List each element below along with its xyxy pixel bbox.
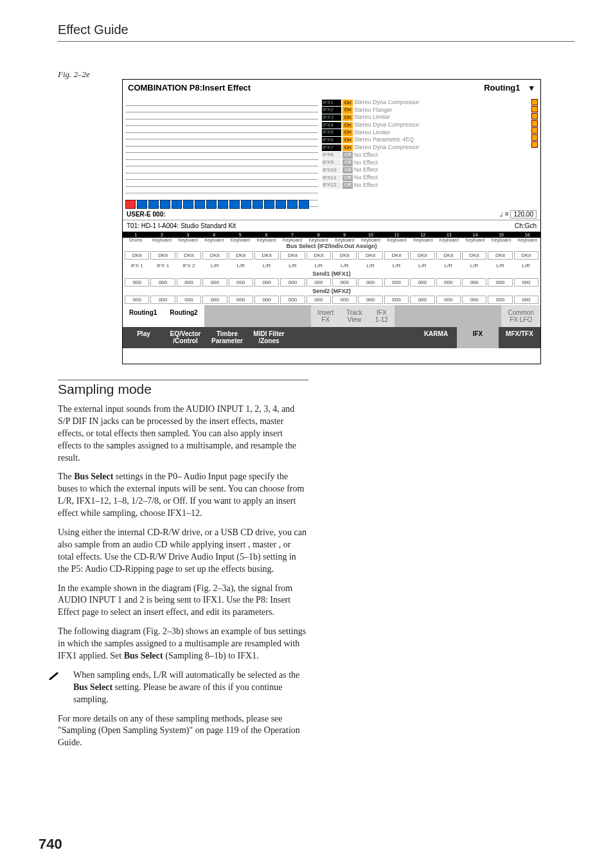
- bus-cell[interactable]: DKit: [177, 251, 201, 260]
- route-cell[interactable]: L/R: [358, 262, 382, 269]
- send-cell[interactable]: 000: [384, 296, 409, 304]
- send-cell[interactable]: 000: [202, 296, 227, 304]
- bus-cell[interactable]: DKit: [514, 251, 538, 260]
- tab-routing1[interactable]: Routing1: [123, 305, 163, 327]
- route-cell[interactable]: L/R: [306, 262, 331, 269]
- bus-cell[interactable]: DKit: [150, 251, 175, 260]
- ifx-row[interactable]: IFX6OnStereo Parametric 4EQ: [322, 136, 537, 144]
- send-cell[interactable]: 000: [436, 296, 461, 304]
- bus-cell[interactable]: DKit: [202, 251, 227, 260]
- bus-cell[interactable]: DKit: [410, 251, 434, 260]
- send-cell[interactable]: 000: [514, 296, 538, 304]
- ifx-row[interactable]: IFX3OnStereo Limiter: [322, 114, 537, 121]
- send-cell[interactable]: 000: [229, 296, 253, 304]
- route-cell[interactable]: L/R: [462, 262, 486, 269]
- send-cell[interactable]: 000: [125, 296, 149, 304]
- route-cell[interactable]: IFX 1: [150, 262, 175, 269]
- body-paragraph: In the example shown in the diagram (Fig…: [58, 583, 308, 619]
- tab-ifx[interactable]: IFX: [457, 327, 499, 348]
- send-cell[interactable]: 000: [358, 278, 382, 287]
- ifx-row[interactable]: IFX9OffNo Effect: [322, 159, 537, 167]
- send-cell[interactable]: 000: [358, 296, 382, 304]
- send-cell[interactable]: 000: [436, 278, 461, 287]
- bold-text: Bus Select: [124, 651, 163, 660]
- send-cell[interactable]: 000: [488, 278, 512, 287]
- screenshot: COMBINATION P8:Insert Effect Routing1 ▾ …: [122, 79, 541, 364]
- bus-cell[interactable]: DKit: [280, 251, 305, 260]
- tab-timbre-param[interactable]: Timbre Parameter: [206, 327, 248, 348]
- bus-cell[interactable]: DKit: [254, 251, 279, 260]
- send-cell[interactable]: 000: [177, 296, 201, 304]
- ifx-row[interactable]: IFX7OnStereo Dyna Compressor: [322, 144, 537, 152]
- send-cell[interactable]: 000: [202, 278, 227, 287]
- route-cell[interactable]: IFX 2: [177, 262, 201, 269]
- tab-blank[interactable]: [373, 327, 415, 348]
- bus-cell[interactable]: DKit: [332, 251, 357, 260]
- send-cell[interactable]: 000: [150, 296, 175, 304]
- ifx-row[interactable]: IFX5OnStereo Limiter: [322, 129, 537, 137]
- send-cell[interactable]: 000: [462, 278, 486, 287]
- screenshot-menu-button[interactable]: Routing1 ▾: [484, 83, 534, 93]
- bus-cell[interactable]: DKit: [436, 251, 461, 260]
- bus-cell[interactable]: DKit: [229, 251, 253, 260]
- send-cell[interactable]: 000: [254, 296, 279, 304]
- ifx-row[interactable]: IFX2OnStereo Flanger: [322, 107, 537, 114]
- send-cell[interactable]: 000: [488, 296, 512, 304]
- send-cell[interactable]: 000: [254, 278, 279, 287]
- ifx-row[interactable]: IFX12OffNo Effect: [322, 182, 537, 190]
- ifx-row[interactable]: IFX11OffNo Effect: [322, 174, 537, 182]
- route-cell[interactable]: L/R: [229, 262, 253, 269]
- route-cell[interactable]: L/R: [488, 262, 512, 269]
- bus-cell[interactable]: DKit: [384, 251, 409, 260]
- send-cell[interactable]: 000: [125, 278, 149, 287]
- bus-cell[interactable]: DKit: [358, 251, 382, 260]
- bank-label: USER-E 000:: [127, 211, 166, 218]
- tab-play[interactable]: Play: [123, 327, 164, 348]
- route-cell[interactable]: L/R: [332, 262, 357, 269]
- send2-label: Send2 (MFX2): [123, 288, 540, 294]
- tab-blank[interactable]: [290, 327, 332, 348]
- route-cell[interactable]: L/R: [280, 262, 305, 269]
- bus-cell[interactable]: DKit: [462, 251, 486, 260]
- send-cell[interactable]: 000: [332, 278, 357, 287]
- route-cell[interactable]: L/R: [436, 262, 461, 269]
- send-cell[interactable]: 000: [332, 296, 357, 304]
- ifx-row[interactable]: IFX4OnStereo Dyna Compressor: [322, 121, 537, 129]
- tab-eq-vector[interactable]: EQ/Vector /Control: [164, 327, 206, 348]
- route-cell[interactable]: L/R: [384, 262, 409, 269]
- route-cell[interactable]: IFX 1: [125, 262, 149, 269]
- send-cell[interactable]: 000: [514, 278, 538, 287]
- tab-mfx-tfx[interactable]: MFX/TFX: [499, 327, 540, 348]
- ifx-row[interactable]: IFX8OffNo Effect: [322, 152, 537, 159]
- tab-ifx-1-12[interactable]: IFX 1-12: [369, 305, 395, 327]
- ifx-row[interactable]: IFX10OffNo Effect: [322, 166, 537, 174]
- tab-insert-fx[interactable]: Insert FX: [311, 305, 340, 327]
- send-cell[interactable]: 000: [410, 296, 434, 304]
- tab-routing2[interactable]: Routing2: [163, 305, 204, 327]
- tab-blank[interactable]: [332, 327, 373, 348]
- route-cell[interactable]: L/R: [254, 262, 279, 269]
- send-cell[interactable]: 000: [306, 296, 331, 304]
- tab-karma[interactable]: KARMA: [415, 327, 457, 348]
- bus-cell[interactable]: DKit: [125, 251, 149, 260]
- send-cell[interactable]: 000: [306, 278, 331, 287]
- send-cell[interactable]: 000: [280, 278, 305, 287]
- send-cell[interactable]: 000: [150, 278, 175, 287]
- bus-cell[interactable]: DKit: [306, 251, 331, 260]
- section-rule: [58, 380, 308, 380]
- bus-cell[interactable]: DKit: [488, 251, 512, 260]
- send-cell[interactable]: 000: [462, 296, 486, 304]
- send-cell[interactable]: 000: [177, 278, 201, 287]
- tab-track-view[interactable]: Track View: [340, 305, 369, 327]
- tempo-value[interactable]: 120.00: [510, 210, 537, 218]
- send-cell[interactable]: 000: [410, 278, 434, 287]
- tab-midi-filter[interactable]: MIDI Filter /Zones: [248, 327, 290, 348]
- route-cell[interactable]: L/R: [410, 262, 434, 269]
- send-cell[interactable]: 000: [280, 296, 305, 304]
- send-cell[interactable]: 000: [384, 278, 409, 287]
- send-cell[interactable]: 000: [229, 278, 253, 287]
- route-cell[interactable]: L/R: [202, 262, 227, 269]
- ifx-row[interactable]: IFX1OnStereo Dyna Compressor: [322, 99, 537, 107]
- tab-common-fx-lfo[interactable]: Common FX LFO: [501, 305, 540, 327]
- route-cell[interactable]: L/R: [514, 262, 538, 269]
